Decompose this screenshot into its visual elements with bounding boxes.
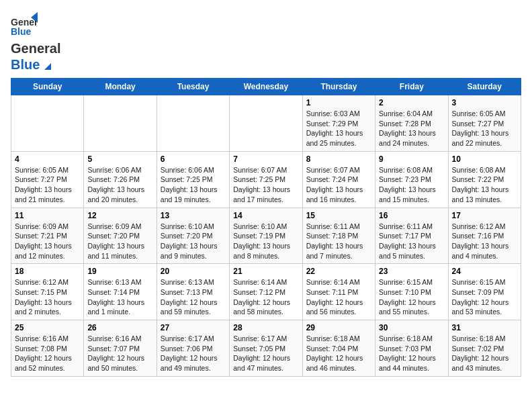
day-info: Sunrise: 6:04 AMSunset: 7:28 PMDaylight:… [379,109,444,148]
calendar-cell: 31Sunrise: 6:18 AMSunset: 7:02 PMDayligh… [448,320,521,377]
calendar-cell: 23Sunrise: 6:15 AMSunset: 7:10 PMDayligh… [375,264,448,320]
calendar-cell: 17Sunrise: 6:12 AMSunset: 7:16 PMDayligh… [448,208,521,264]
column-header-tuesday: Tuesday [157,79,229,95]
column-header-friday: Friday [375,79,448,95]
calendar-cell: 24Sunrise: 6:15 AMSunset: 7:09 PMDayligh… [448,264,521,320]
day-info: Sunrise: 6:06 AMSunset: 7:26 PMDaylight:… [87,165,152,205]
day-info: Sunrise: 6:05 AMSunset: 7:27 PMDaylight:… [15,165,80,205]
svg-text:Blue: Blue [11,26,32,37]
day-number: 9 [379,154,444,164]
day-info: Sunrise: 6:18 AMSunset: 7:04 PMDaylight:… [306,334,371,373]
day-number: 25 [15,323,80,332]
day-info: Sunrise: 6:14 AMSunset: 7:12 PMDaylight:… [233,277,298,317]
day-info: Sunrise: 6:09 AMSunset: 7:21 PMDaylight:… [15,222,80,261]
day-info: Sunrise: 6:08 AMSunset: 7:22 PMDaylight:… [452,165,517,205]
day-info: Sunrise: 6:14 AMSunset: 7:11 PMDaylight:… [306,277,371,317]
day-info: Sunrise: 6:12 AMSunset: 7:15 PMDaylight:… [15,277,80,317]
day-info: Sunrise: 6:05 AMSunset: 7:27 PMDaylight:… [452,109,517,148]
calendar-cell: 6Sunrise: 6:06 AMSunset: 7:25 PMDaylight… [157,151,229,208]
day-number: 28 [233,323,298,332]
day-info: Sunrise: 6:15 AMSunset: 7:09 PMDaylight:… [452,277,517,317]
calendar-cell: 25Sunrise: 6:16 AMSunset: 7:08 PMDayligh… [11,320,84,377]
day-number: 6 [161,154,226,164]
day-number: 20 [161,267,226,276]
day-number: 7 [233,154,298,164]
day-info: Sunrise: 6:11 AMSunset: 7:17 PMDaylight:… [379,222,444,261]
calendar-cell: 18Sunrise: 6:12 AMSunset: 7:15 PMDayligh… [11,264,84,320]
day-number: 10 [452,154,517,164]
calendar-cell [230,95,302,152]
day-number: 3 [452,98,517,107]
day-number: 29 [306,323,371,332]
calendar-cell: 7Sunrise: 6:07 AMSunset: 7:25 PMDaylight… [230,151,302,208]
day-number: 24 [452,267,517,276]
day-number: 1 [306,98,371,107]
calendar-cell [84,95,157,152]
calendar-cell: 14Sunrise: 6:10 AMSunset: 7:19 PMDayligh… [230,208,302,264]
day-info: Sunrise: 6:13 AMSunset: 7:14 PMDaylight:… [87,277,152,317]
calendar-cell: 20Sunrise: 6:13 AMSunset: 7:13 PMDayligh… [157,264,229,320]
day-number: 17 [452,211,517,220]
day-info: Sunrise: 6:07 AMSunset: 7:25 PMDaylight:… [233,165,298,205]
day-number: 21 [233,267,298,276]
day-info: Sunrise: 6:15 AMSunset: 7:10 PMDaylight:… [379,277,444,317]
day-number: 12 [87,211,152,220]
day-info: Sunrise: 6:16 AMSunset: 7:07 PMDaylight:… [87,334,152,373]
day-number: 8 [306,154,371,164]
day-number: 18 [15,267,80,276]
calendar-cell: 4Sunrise: 6:05 AMSunset: 7:27 PMDaylight… [11,151,84,208]
calendar-cell: 19Sunrise: 6:13 AMSunset: 7:14 PMDayligh… [84,264,157,320]
calendar-cell: 28Sunrise: 6:17 AMSunset: 7:05 PMDayligh… [230,320,302,377]
column-header-saturday: Saturday [448,79,521,95]
calendar-cell: 12Sunrise: 6:09 AMSunset: 7:20 PMDayligh… [84,208,157,264]
calendar-cell: 22Sunrise: 6:14 AMSunset: 7:11 PMDayligh… [302,264,375,320]
day-info: Sunrise: 6:10 AMSunset: 7:19 PMDaylight:… [233,222,298,261]
calendar-cell: 5Sunrise: 6:06 AMSunset: 7:26 PMDaylight… [84,151,157,208]
day-info: Sunrise: 6:18 AMSunset: 7:02 PMDaylight:… [452,334,517,373]
calendar-cell: 29Sunrise: 6:18 AMSunset: 7:04 PMDayligh… [302,320,375,377]
day-info: Sunrise: 6:17 AMSunset: 7:05 PMDaylight:… [233,334,298,373]
day-info: Sunrise: 6:13 AMSunset: 7:13 PMDaylight:… [161,277,226,317]
day-number: 14 [233,211,298,220]
calendar-cell: 27Sunrise: 6:17 AMSunset: 7:06 PMDayligh… [157,320,229,377]
logo-blue-text: Blue [11,57,40,72]
day-info: Sunrise: 6:16 AMSunset: 7:08 PMDaylight:… [15,334,80,373]
calendar-cell: 2Sunrise: 6:04 AMSunset: 7:28 PMDaylight… [375,95,448,152]
day-info: Sunrise: 6:06 AMSunset: 7:25 PMDaylight:… [161,165,226,205]
day-number: 23 [379,267,444,276]
day-number: 11 [15,211,80,220]
calendar-cell [157,95,229,152]
column-header-monday: Monday [84,79,157,95]
header: General Blue General Blue [11,11,521,73]
day-number: 15 [306,211,371,220]
day-number: 5 [87,154,152,164]
day-number: 27 [161,323,226,332]
calendar-cell: 10Sunrise: 6:08 AMSunset: 7:22 PMDayligh… [448,151,521,208]
calendar-cell: 21Sunrise: 6:14 AMSunset: 7:12 PMDayligh… [230,264,302,320]
logo-general-text: General [11,41,60,56]
day-info: Sunrise: 6:18 AMSunset: 7:03 PMDaylight:… [379,334,444,373]
day-number: 4 [15,154,80,164]
calendar-cell: 13Sunrise: 6:10 AMSunset: 7:20 PMDayligh… [157,208,229,264]
day-info: Sunrise: 6:11 AMSunset: 7:18 PMDaylight:… [306,222,371,261]
column-header-thursday: Thursday [302,79,375,95]
day-number: 31 [452,323,517,332]
day-info: Sunrise: 6:08 AMSunset: 7:23 PMDaylight:… [379,165,444,205]
day-info: Sunrise: 6:07 AMSunset: 7:24 PMDaylight:… [306,165,371,205]
day-info: Sunrise: 6:17 AMSunset: 7:06 PMDaylight:… [161,334,226,373]
day-number: 13 [161,211,226,220]
calendar-cell: 11Sunrise: 6:09 AMSunset: 7:21 PMDayligh… [11,208,84,264]
column-header-wednesday: Wednesday [230,79,302,95]
calendar-cell: 16Sunrise: 6:11 AMSunset: 7:17 PMDayligh… [375,208,448,264]
calendar-cell: 3Sunrise: 6:05 AMSunset: 7:27 PMDaylight… [448,95,521,152]
day-number: 26 [87,323,152,332]
day-number: 30 [379,323,444,332]
day-number: 19 [87,267,152,276]
calendar-cell: 30Sunrise: 6:18 AMSunset: 7:03 PMDayligh… [375,320,448,377]
day-info: Sunrise: 6:12 AMSunset: 7:16 PMDaylight:… [452,222,517,261]
calendar-cell [11,95,84,152]
logo: General Blue General Blue [11,11,60,73]
calendar-cell: 15Sunrise: 6:11 AMSunset: 7:18 PMDayligh… [302,208,375,264]
calendar-cell: 26Sunrise: 6:16 AMSunset: 7:07 PMDayligh… [84,320,157,377]
day-info: Sunrise: 6:03 AMSunset: 7:29 PMDaylight:… [306,109,371,148]
